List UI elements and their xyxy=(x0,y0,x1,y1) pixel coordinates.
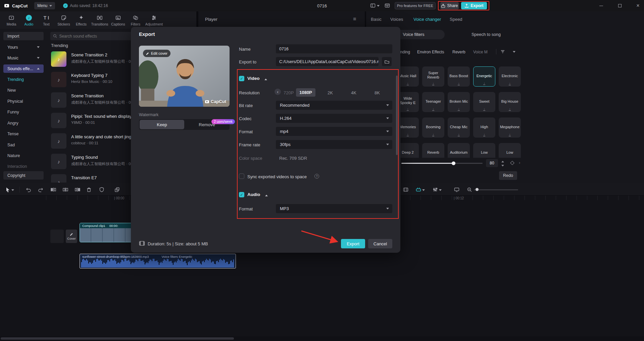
value-stepper[interactable] xyxy=(501,160,504,167)
close-button[interactable]: × xyxy=(633,2,643,9)
voice-tile[interactable]: Auditorium xyxy=(448,143,470,158)
adapt-screen-icon[interactable] xyxy=(452,185,461,194)
undo-icon[interactable] xyxy=(24,185,33,194)
toolbar-audio[interactable]: ♪Audio xyxy=(20,15,38,26)
tab-speed[interactable]: Speed xyxy=(450,17,462,22)
toolbar-stickers[interactable]: Stickers xyxy=(55,15,72,26)
intensity-slider-handle[interactable] xyxy=(452,161,455,165)
filters-icon xyxy=(133,15,139,21)
voice-tile[interactable]: Teenager↓ xyxy=(422,92,444,112)
toolbar-effects[interactable]: Effects xyxy=(72,15,90,26)
pro-features-button[interactable]: Pro features for FREE xyxy=(395,2,436,9)
voice-tile[interactable]: Electronic↓ xyxy=(499,66,521,87)
chip-reverb[interactable]: Reverb xyxy=(452,50,465,54)
sidebar-category-angry[interactable]: Angry xyxy=(7,121,18,126)
maximize-button[interactable] xyxy=(615,2,625,9)
timeline-zoom-handle[interactable] xyxy=(476,188,479,191)
name-input[interactable]: 0716 xyxy=(276,44,392,53)
intensity-value[interactable]: 80 xyxy=(486,159,498,167)
clip-title: Compound clip1 xyxy=(82,224,105,228)
voice-tile[interactable]: Low xyxy=(473,143,495,158)
sidebar-copyright-button[interactable]: Copyright xyxy=(3,171,44,180)
subtab-speech-to-song[interactable]: Speech to song xyxy=(472,32,501,37)
overlay-icon[interactable] xyxy=(113,185,121,194)
minimize-button[interactable] xyxy=(596,2,606,9)
toolbar-adjustment[interactable]: Adjustment xyxy=(144,15,164,26)
sidebar-group-music[interactable]: Music xyxy=(3,54,44,62)
voice-tile-selected[interactable]: Energetic↓ xyxy=(473,66,495,87)
trim-right-icon[interactable] xyxy=(73,185,82,194)
voice-tile[interactable]: Sweet↓ xyxy=(473,92,495,112)
toolbar-transitions[interactable]: Transitions xyxy=(90,15,109,26)
voice-tile[interactable]: Broken Mic↓ xyxy=(448,92,470,112)
voice-tile[interactable]: High↓ xyxy=(473,117,495,138)
chip-voice-m[interactable]: Voice M xyxy=(473,50,488,54)
toolbar-text[interactable]: T IText xyxy=(38,15,55,26)
tab-voices[interactable]: Voices xyxy=(390,17,403,22)
sidebar-category-new[interactable]: New xyxy=(7,88,16,93)
chevron-down-icon[interactable] xyxy=(422,189,425,192)
browse-folder-button[interactable] xyxy=(382,57,392,66)
name-label: Name xyxy=(239,47,251,52)
sidebar-category-nature[interactable]: Nature xyxy=(7,153,20,158)
toolbar-captions[interactable]: Captions xyxy=(109,15,127,26)
trim-left-icon[interactable] xyxy=(49,185,58,194)
mixer-icon[interactable] xyxy=(431,185,440,194)
download-icon: ↓ xyxy=(483,82,485,85)
voice-tile[interactable]: Megaphone↓ xyxy=(499,117,521,138)
audio-clip[interactable]: sunflower-street-drumloop-85bpm-163900.m… xyxy=(80,254,236,269)
zoom-out-icon[interactable] xyxy=(465,185,474,194)
sidebar-category-funny[interactable]: Funny xyxy=(7,110,19,114)
dialog-export-button[interactable]: Export xyxy=(341,239,365,248)
select-tool-icon[interactable] xyxy=(3,185,12,194)
chevron-down-icon xyxy=(49,5,52,8)
timeline-zoom-slider[interactable] xyxy=(474,189,518,190)
split-icon[interactable] xyxy=(61,185,70,194)
chip-dropdown-icon[interactable] xyxy=(513,51,515,54)
download-icon: ↓ xyxy=(432,133,434,136)
toolbar-filters[interactable]: Filters xyxy=(127,15,144,26)
voice-tile[interactable]: Cheap Mic↓ xyxy=(448,117,470,138)
sidebar-group-yours[interactable]: Yours xyxy=(3,43,44,51)
delete-icon[interactable] xyxy=(85,185,93,194)
import-button[interactable]: Import xyxy=(3,32,44,40)
voice-tile[interactable]: Booming↓ xyxy=(422,117,444,138)
auto-ripple-icon[interactable] xyxy=(414,185,423,194)
sidebar-category-physical[interactable]: Physical xyxy=(7,99,23,104)
chevron-right-icon[interactable]: › xyxy=(519,160,520,165)
filmstrip-icon[interactable] xyxy=(401,185,410,194)
media-icon xyxy=(8,15,14,21)
sidebar-group-sound-effects[interactable]: Sounds effe... xyxy=(3,64,44,73)
voice-tile[interactable]: Big House↓ xyxy=(499,92,521,112)
chip-environ-effects[interactable]: Environ Effects xyxy=(417,50,444,54)
tab-basic[interactable]: Basic xyxy=(371,17,382,22)
chevron-down-icon[interactable] xyxy=(439,189,442,192)
select-tool-dropdown-icon[interactable] xyxy=(11,189,14,192)
export-path-input[interactable]: C:/Users/DELL/AppData/Local/CapCut/Video… xyxy=(276,57,379,66)
sidebar-category-tense[interactable]: Tense xyxy=(7,132,18,136)
dialog-cancel-button[interactable]: Cancel xyxy=(368,239,392,248)
redo-icon[interactable] xyxy=(36,185,45,194)
layout-switch-icon[interactable] xyxy=(370,3,380,8)
voice-tile[interactable]: Low xyxy=(499,143,521,158)
sidebar-category-interaction[interactable]: Interaction xyxy=(7,164,27,169)
watermark-keep-button[interactable]: Keep xyxy=(140,120,184,129)
mask-icon[interactable] xyxy=(97,185,106,194)
sidebar-category-sad[interactable]: Sad xyxy=(7,143,15,147)
redo-button[interactable]: Redo xyxy=(499,171,517,180)
player-menu-icon[interactable]: ≡ xyxy=(353,16,356,22)
timeline-hscroll-thumb[interactable] xyxy=(1,337,234,340)
cover-button[interactable]: Cover xyxy=(66,230,77,243)
toolbar-separator xyxy=(19,187,20,193)
pencil-icon xyxy=(70,232,73,236)
sidebar-category-trending[interactable]: Trending xyxy=(7,77,24,82)
tab-voice-changer[interactable]: Voice changer xyxy=(413,17,441,22)
toolbar-media[interactable]: Media xyxy=(3,15,20,26)
edit-cover-button[interactable]: Edit cover xyxy=(143,50,170,57)
voice-tile[interactable]: Bass Boost↓ xyxy=(448,66,470,87)
voice-tile[interactable]: Super Reverb↓ xyxy=(422,66,444,87)
panel-toggle-icon[interactable] xyxy=(385,3,390,8)
voice-tile[interactable]: Reverb xyxy=(422,143,444,158)
menu-button[interactable]: Menu xyxy=(34,2,55,9)
sort-icon[interactable] xyxy=(500,49,505,54)
